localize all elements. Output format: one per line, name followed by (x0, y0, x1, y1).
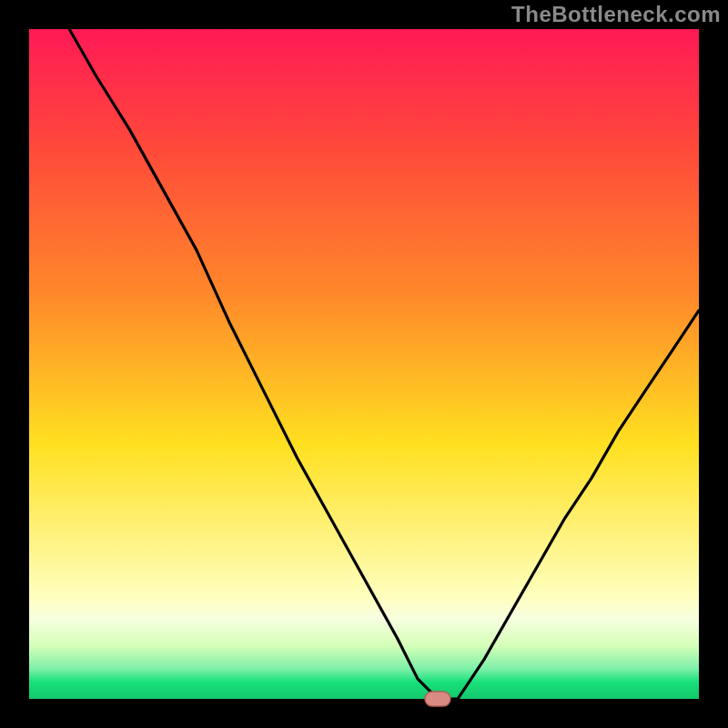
chart-canvas (0, 0, 728, 728)
optimal-marker (425, 692, 450, 706)
watermark-text: TheBottleneck.com (511, 2, 721, 27)
bottleneck-chart: TheBottleneck.com (0, 0, 728, 728)
